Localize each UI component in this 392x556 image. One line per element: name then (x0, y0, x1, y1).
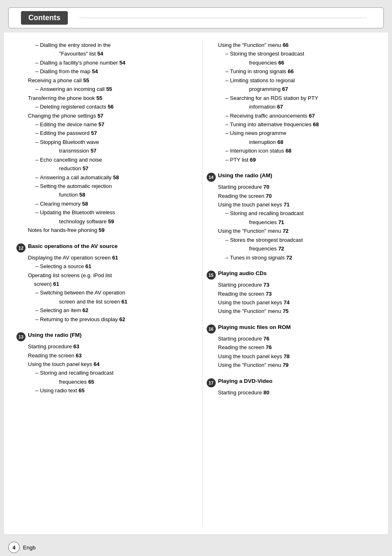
list-item: Notes for hands-free phoning 59 (16, 226, 186, 234)
section-14-number: 14 (207, 173, 216, 182)
header-box: Contents (8, 7, 384, 28)
section-16-number: 16 (207, 324, 216, 334)
list-item: –Answering a call automatically 58 (16, 173, 186, 182)
section-15-items: Starting procedure 73 Reading the screen… (207, 280, 376, 316)
list-item: –Dialling the entry stored in the "Favou… (16, 41, 186, 58)
list-item: –Dialling a facility's phone number 54 (16, 58, 186, 67)
list-item: Operating list screens (e.g. iPod list s… (16, 271, 186, 289)
section-13-number: 13 (16, 332, 25, 341)
contents-tab: Contents (21, 11, 68, 25)
list-item: Starting procedure 63 (16, 342, 186, 351)
list-item: –Selecting an item 62 (16, 306, 186, 315)
list-item: –Using news programme interruption 68 (207, 129, 376, 146)
section-17-items: Starting procedure 80 (207, 388, 376, 397)
list-item: Using the "Function" menu 72 (207, 227, 376, 235)
section-17-title: Playing a DVD-Video (218, 378, 273, 384)
list-item: –Tuning into alternative frequencies 68 (207, 120, 376, 129)
right-column: Using the "Function" menu 66 –Storing th… (202, 41, 376, 526)
page-number-badge: 4 (8, 542, 20, 553)
list-item: –Interruption icon status 68 (207, 146, 376, 155)
list-item: –Updating the Bluetooth wireless technol… (16, 208, 186, 226)
list-item: –Stopping Bluetooth wave transmission 57 (16, 138, 186, 155)
list-item: –Tunes in strong signals 72 (207, 253, 376, 262)
footer: 4 Engb (0, 538, 392, 556)
list-item: –Tuning in strong signals 66 (207, 67, 376, 76)
section-13-items: Starting procedure 63 Reading the screen… (16, 342, 186, 395)
list-item: Starting procedure 73 (207, 280, 376, 289)
list-item: Reading the screen 76 (207, 343, 376, 352)
section-15-title: Playing audio CDs (218, 270, 267, 276)
section-16-header: 16 Playing music files on ROM (207, 324, 376, 334)
list-item: Using the touch panel keys 64 (16, 360, 186, 368)
list-item: Starting procedure 70 (207, 183, 376, 191)
list-item: –Selecting a source 61 (16, 262, 186, 271)
section-14-header: 14 Using the radio (AM) (207, 172, 376, 182)
list-item: –Editing the device name 57 (16, 120, 186, 129)
list-item: Starting procedure 76 (207, 334, 376, 343)
list-item: –Receiving traffic announcements 67 (207, 111, 376, 120)
list-item: –Switching between the AV operation scre… (16, 288, 186, 306)
section-17-header: 17 Playing a DVD-Video (207, 378, 376, 387)
left-column: –Dialling the entry stored in the "Favou… (16, 41, 190, 526)
section-13-header: 13 Using the radio (FM) (16, 332, 186, 341)
header: Contents (0, 0, 392, 32)
list-item: Using the "Function" menu 79 (207, 361, 376, 369)
section-16-items: Starting procedure 76 Reading the screen… (207, 334, 376, 370)
list-item: –Searching for an RDS station by PTY inf… (207, 94, 376, 111)
list-item: –Storing the strongest broadcast frequen… (207, 49, 376, 67)
section-14-items: Starting procedure 70 Reading the screen… (207, 183, 376, 262)
list-item: –Storing and recalling broadcast frequen… (207, 209, 376, 227)
section-16-title: Playing music files on ROM (218, 324, 291, 330)
list-item: –Deleting registered contacts 56 (16, 102, 186, 111)
list-item: –Dialling from the map 54 (16, 67, 186, 76)
content-area: –Dialling the entry stored in the "Favou… (4, 32, 388, 534)
list-item: –Answering an incoming call 55 (16, 85, 186, 93)
top-items: –Dialling the entry stored in the "Favou… (16, 41, 186, 235)
list-item: Reading the screen 63 (16, 351, 186, 360)
section-12-header: 12 Basic operations of the AV source (16, 243, 186, 253)
section-15-number: 15 (207, 271, 216, 280)
list-item: Reading the screen 70 (207, 192, 376, 200)
list-item: –Clearing memory 58 (16, 199, 186, 208)
list-item: –Setting the automatic rejection functio… (16, 182, 186, 199)
list-item: –Limiting stations to regional programmi… (207, 76, 376, 94)
section-12-number: 12 (16, 243, 25, 253)
section-14-title: Using the radio (AM) (218, 172, 272, 178)
list-item: Reading the screen 73 (207, 290, 376, 298)
list-item: Using the touch panel keys 78 (207, 352, 376, 361)
list-item: –Storing and recalling broadcast frequen… (16, 368, 186, 386)
list-item: Changing the phone settings 57 (16, 111, 186, 120)
list-item: Using the touch panel keys 71 (207, 200, 376, 209)
section-12-items: Displaying the AV operation screen 61 –S… (16, 253, 186, 324)
fm-function-menu: Using the "Function" menu 66 –Storing th… (207, 41, 376, 164)
list-item: –Editing the password 57 (16, 129, 186, 137)
list-item: –Using radio text 65 (16, 386, 186, 395)
list-item: Transferring the phone book 55 (16, 94, 186, 102)
engb-label: Engb (23, 544, 35, 551)
list-item: –Stores the strongest broadcast frequenc… (207, 236, 376, 253)
list-item: Using the "Function" menu 75 (207, 307, 376, 315)
section-17-number: 17 (207, 378, 216, 387)
list-item: –Echo cancelling and noise reduction 57 (16, 155, 186, 173)
list-item: Receiving a phone call 55 (16, 76, 186, 85)
section-13-title: Using the radio (FM) (28, 332, 82, 338)
list-item: Using the touch panel keys 74 (207, 298, 376, 307)
list-item: Starting procedure 80 (207, 388, 376, 397)
section-12-title: Basic operations of the AV source (28, 243, 118, 249)
list-item: Displaying the AV operation screen 61 (16, 253, 186, 262)
list-item: –Returning to the previous display 62 (16, 315, 186, 324)
list-item: –PTY list 69 (207, 155, 376, 164)
section-15-header: 15 Playing audio CDs (207, 270, 376, 280)
list-item: Using the "Function" menu 66 (207, 41, 376, 49)
